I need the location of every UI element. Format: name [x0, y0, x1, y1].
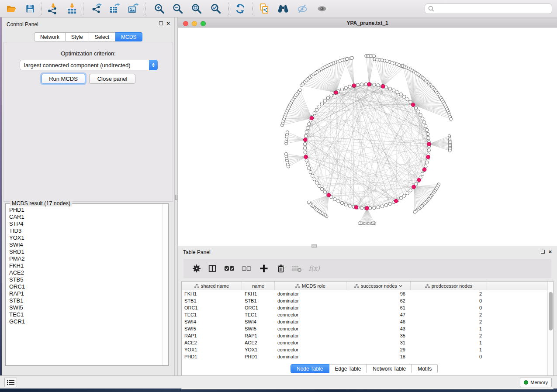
mcds-result-item[interactable]: YOX1	[9, 234, 162, 241]
table-row[interactable]: SWI4SWI4dominator462	[182, 318, 547, 325]
table-scrollbar[interactable]	[547, 282, 553, 389]
first-neighbors-button[interactable]	[275, 1, 291, 16]
export-image-button[interactable]	[125, 1, 141, 16]
search-input[interactable]	[436, 5, 552, 12]
copy-network-icon	[259, 3, 270, 14]
memory-button[interactable]: Memory	[520, 378, 552, 387]
column-header[interactable]: predecessor nodes	[411, 282, 487, 290]
open-folder-icon	[6, 4, 17, 14]
export-network-button[interactable]	[89, 1, 105, 16]
zoom-out-button[interactable]	[170, 1, 186, 16]
mcds-result-item[interactable]: STB5	[9, 276, 162, 283]
table-cell: STB1	[182, 297, 242, 304]
show-panels-menu-button[interactable]	[4, 378, 17, 387]
table-row[interactable]: YOX1YOX1connector291	[182, 346, 547, 353]
run-mcds-button[interactable]: Run MCDS	[42, 74, 85, 84]
search-field[interactable]	[425, 3, 552, 14]
float-panel-icon[interactable]	[541, 250, 545, 254]
deselect-all-columns-button[interactable]	[239, 262, 253, 275]
column-header[interactable]: MCDS role	[275, 282, 346, 290]
network-canvas[interactable]	[178, 28, 557, 246]
horizontal-splitter-grip[interactable]	[311, 244, 317, 248]
mcds-result-item[interactable]: STP4	[9, 220, 162, 227]
zoom-selected-button[interactable]	[208, 1, 224, 16]
network-graph[interactable]	[178, 28, 557, 246]
table-cell: TEC1	[242, 311, 275, 318]
save-session-button[interactable]	[22, 1, 38, 16]
mcds-result-scrollbar[interactable]	[163, 204, 168, 365]
table-row[interactable]: RAP1RAP1dominator352	[182, 332, 547, 339]
column-header[interactable]: successor nodes	[346, 282, 411, 290]
export-table-button[interactable]	[107, 1, 122, 16]
attribute-type-icon	[194, 284, 199, 288]
tab-network[interactable]: Network	[34, 32, 66, 41]
zoom-in-button[interactable]	[152, 1, 167, 16]
table-row[interactable]: TEC1TEC1connector472	[182, 311, 547, 318]
delete-column-button[interactable]	[274, 262, 288, 275]
tab-style[interactable]: Style	[66, 32, 89, 41]
zoom-fit-button[interactable]	[189, 1, 204, 16]
copy-network-button[interactable]	[256, 1, 272, 16]
column-header[interactable]: shared name	[182, 282, 242, 290]
table-row[interactable]: PHD1PHD1dominator180	[182, 353, 547, 360]
tab-select[interactable]: Select	[89, 32, 115, 41]
mcds-result-item[interactable]: PMA2	[9, 255, 162, 262]
mcds-result-item[interactable]: FKH1	[9, 262, 162, 269]
tab-network-table[interactable]: Network Table	[367, 364, 412, 373]
refresh-button[interactable]	[232, 1, 248, 16]
import-network-button[interactable]	[45, 1, 60, 16]
mcds-result-item[interactable]: GCR1	[9, 318, 162, 325]
table-cell: dominator	[275, 318, 346, 325]
show-all-button[interactable]	[314, 1, 330, 16]
table-row[interactable]: ACE2ACE2connector311	[182, 339, 547, 346]
function-builder-button[interactable]: f(x)	[307, 262, 321, 275]
tab-edge-table[interactable]: Edge Table	[329, 364, 367, 373]
mcds-result-item[interactable]: SWI5	[9, 304, 162, 311]
table-cell: dominator	[275, 297, 346, 304]
zoom-selected-icon	[210, 3, 221, 14]
close-panel-button[interactable]: Close panel	[89, 74, 135, 84]
network-window-titlebar[interactable]: YPA_prune.txt_1	[178, 18, 557, 28]
mcds-result-list[interactable]: PHD1CAR1STP4TID3YOX1SWI4SRD1PMA2FKH1ACE2…	[6, 206, 162, 365]
close-panel-icon[interactable]: ×	[166, 21, 170, 25]
mcds-result-item[interactable]: ORC1	[9, 283, 162, 290]
mcds-result-item[interactable]: CAR1	[9, 213, 162, 220]
import-table-button[interactable]	[64, 1, 80, 16]
delete-table-icon	[291, 265, 302, 272]
table-row[interactable]: FKH1FKH1dominator962	[182, 290, 547, 297]
tab-node-table[interactable]: Node Table	[291, 364, 329, 373]
mcds-result-item[interactable]: STB1	[9, 297, 162, 304]
mcds-result-item[interactable]: SWI4	[9, 241, 162, 248]
table-cell: 2	[411, 332, 487, 339]
list-icon	[7, 379, 15, 385]
delete-table-button[interactable]	[290, 262, 304, 275]
table-row[interactable]: ORC1ORC1dominator610	[182, 304, 547, 311]
table-row[interactable]: STB1STB1dominator620	[182, 297, 547, 304]
select-all-columns-button[interactable]	[222, 262, 236, 275]
table-cell: 18	[346, 353, 411, 360]
table-cell: RAP1	[242, 332, 275, 339]
mcds-result-item[interactable]: SRD1	[9, 248, 162, 255]
criterion-dropdown[interactable]: largest connected component (undirected)	[20, 60, 158, 70]
create-column-button[interactable]	[257, 262, 271, 275]
open-session-button[interactable]	[3, 1, 19, 16]
mcds-result-item[interactable]: TEC1	[9, 311, 162, 318]
mcds-result-item[interactable]: ACE2	[9, 269, 162, 276]
mcds-result-item[interactable]: TID3	[9, 227, 162, 234]
table-row[interactable]: SWI5SWI5connector431	[182, 325, 547, 332]
toggle-panel-layout-button[interactable]	[205, 262, 219, 275]
hide-selected-button[interactable]	[294, 1, 310, 16]
close-panel-icon[interactable]: ×	[548, 250, 552, 254]
table-settings-button[interactable]	[190, 262, 204, 275]
tab-motifs[interactable]: Motifs	[412, 364, 438, 373]
float-panel-icon[interactable]	[159, 21, 163, 25]
mcds-result-item[interactable]: RAP1	[9, 290, 162, 297]
tab-mcds[interactable]: MCDS	[115, 32, 142, 41]
table-scrollbar-thumb[interactable]	[549, 292, 553, 330]
vertical-splitter[interactable]	[175, 17, 178, 375]
column-header[interactable]: name	[242, 282, 275, 290]
eye-icon	[316, 3, 328, 14]
table-cell: connector	[275, 346, 346, 353]
splitter-grip[interactable]	[175, 195, 177, 200]
mcds-result-item[interactable]: PHD1	[9, 206, 162, 213]
